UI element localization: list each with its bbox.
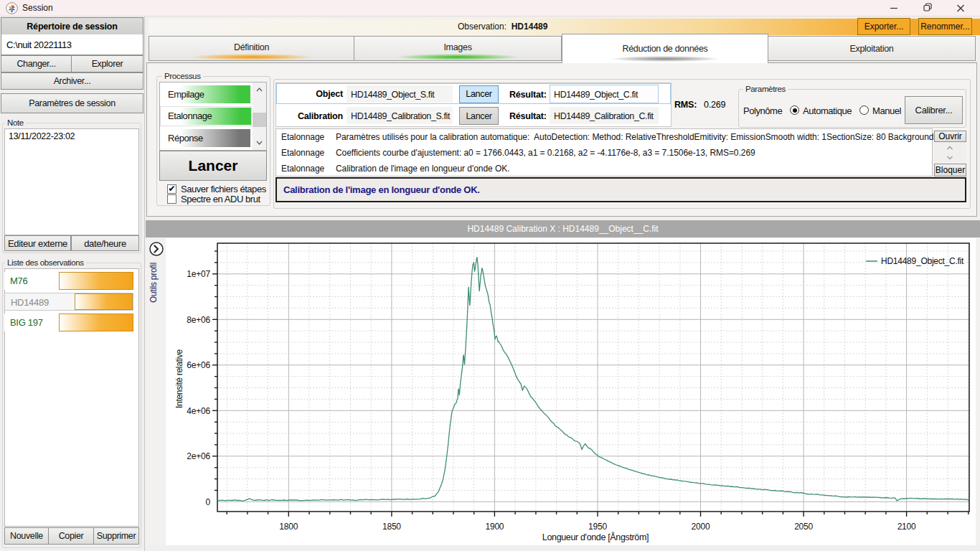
svg-text:1950: 1950 (588, 522, 607, 532)
svg-text:1800: 1800 (279, 522, 298, 532)
svg-text:1e+07: 1e+07 (187, 269, 210, 279)
svg-text:8e+06: 8e+06 (187, 315, 210, 325)
svg-text:2e+06: 2e+06 (187, 451, 210, 461)
svg-text:2050: 2050 (794, 522, 813, 532)
svg-text:1900: 1900 (485, 522, 504, 532)
svg-text:Longueur d'onde [Ångström]: Longueur d'onde [Ångström] (542, 532, 649, 542)
svg-text:1850: 1850 (382, 522, 401, 532)
svg-text:4e+06: 4e+06 (187, 406, 210, 416)
svg-text:Outils profil: Outils profil (149, 263, 159, 303)
svg-text:Intensité relative: Intensité relative (174, 349, 184, 408)
svg-text:2100: 2100 (897, 522, 916, 532)
svg-text:2000: 2000 (692, 522, 710, 532)
svg-text:HD14489_Object_C.fit: HD14489_Object_C.fit (881, 256, 964, 266)
svg-text:0: 0 (206, 497, 211, 507)
svg-text:6e+06: 6e+06 (187, 360, 210, 370)
